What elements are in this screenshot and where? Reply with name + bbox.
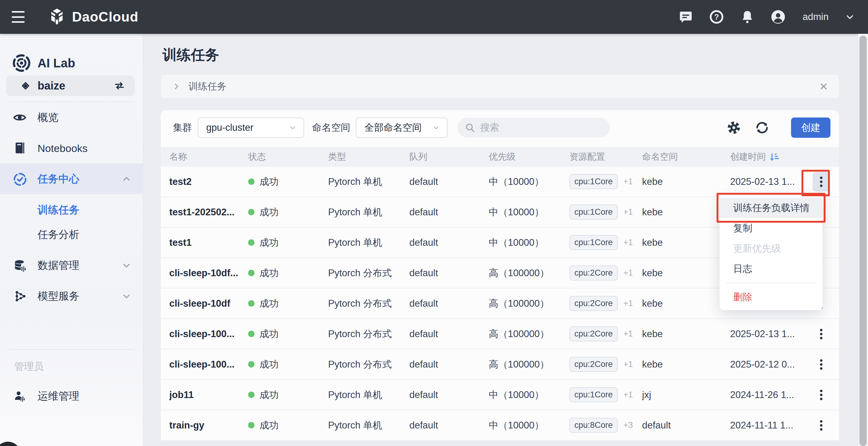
resource-extra-count[interactable]: +3 bbox=[623, 420, 633, 430]
refresh-icon[interactable] bbox=[754, 119, 770, 136]
job-namespace: kebe bbox=[642, 359, 730, 370]
table-row[interactable]: train-gy 成功 Pytorch 单机 default 中（10000） … bbox=[161, 410, 839, 441]
scrollbar-thumb[interactable] bbox=[859, 36, 867, 446]
sidebar-item-notebooks[interactable]: Notebooks bbox=[0, 133, 144, 164]
status-dot bbox=[248, 270, 254, 276]
resource-extra-count[interactable]: +1 bbox=[623, 177, 633, 186]
help-icon[interactable]: ? bbox=[709, 9, 724, 24]
sidebar-item-overview[interactable]: 概览 bbox=[0, 102, 144, 133]
job-queue: default bbox=[409, 329, 489, 340]
resource-extra-count[interactable]: +1 bbox=[623, 390, 633, 399]
chevron-right-icon[interactable] bbox=[173, 82, 180, 91]
job-type: Pytorch 分布式 bbox=[328, 358, 409, 371]
chevron-down-icon[interactable] bbox=[122, 261, 131, 270]
column-header-resource[interactable]: 资源配置 bbox=[569, 151, 642, 163]
svg-text:?: ? bbox=[714, 12, 719, 21]
menu-item[interactable]: 日志 bbox=[720, 259, 823, 279]
chevron-down-icon[interactable] bbox=[845, 9, 855, 24]
search-input[interactable]: 搜索 bbox=[457, 118, 610, 137]
user-name[interactable]: admin bbox=[803, 11, 829, 23]
resource-extra-count[interactable]: +1 bbox=[623, 359, 633, 369]
close-icon[interactable] bbox=[819, 81, 829, 91]
resource-badge: cpu:2Core bbox=[569, 357, 618, 372]
column-header-queue[interactable]: 队列 bbox=[409, 151, 489, 163]
workspace-switch-icon[interactable] bbox=[114, 80, 125, 92]
sidebar-item-data-management[interactable]: 数据管理 bbox=[0, 250, 144, 281]
resource-cell: cpu:2Core +1 bbox=[569, 357, 642, 372]
database-gear-icon bbox=[13, 259, 27, 272]
sidebar-item-model-services[interactable]: 模型服务 bbox=[0, 281, 144, 312]
vertical-scrollbar[interactable] bbox=[858, 34, 868, 446]
row-actions-kebab-icon[interactable] bbox=[813, 385, 830, 405]
column-header-name[interactable]: 名称 bbox=[169, 151, 248, 163]
resource-extra-count[interactable]: +1 bbox=[623, 238, 633, 247]
job-name[interactable]: train-gy bbox=[169, 420, 248, 431]
sidebar-item-task-center[interactable]: 任务中心 bbox=[0, 164, 144, 195]
menu-item[interactable]: 复制 bbox=[720, 218, 823, 238]
column-header-priority[interactable]: 优先级 bbox=[489, 151, 569, 163]
row-actions-kebab-icon[interactable] bbox=[813, 416, 830, 435]
resource-extra-count[interactable]: +1 bbox=[623, 329, 633, 338]
table-row[interactable]: cli-sleep-100... 成功 Pytorch 分布式 default … bbox=[161, 319, 839, 349]
status-text: 成功 bbox=[259, 388, 279, 401]
chevron-up-icon[interactable] bbox=[122, 174, 131, 184]
row-actions-kebab-icon[interactable] bbox=[813, 324, 830, 344]
top-navbar: DaoCloud ? admin bbox=[0, 0, 868, 34]
bell-icon[interactable] bbox=[740, 9, 755, 24]
breadcrumb-item[interactable]: 训练任务 bbox=[188, 80, 226, 93]
job-name[interactable]: test2 bbox=[169, 176, 248, 187]
job-name[interactable]: cli-sleep-10df bbox=[169, 298, 248, 309]
sidebar-subitem-training-jobs[interactable]: 训练任务 bbox=[0, 198, 144, 222]
job-name[interactable]: cli-sleep-100... bbox=[169, 359, 248, 370]
menu-item[interactable]: 训练任务负载详情 bbox=[720, 198, 823, 218]
table-header: 名称 状态 类型 队列 优先级 资源配置 命名空间 创建时间 bbox=[161, 147, 839, 167]
row-actions-kebab-icon[interactable] bbox=[813, 355, 830, 374]
cluster-select[interactable]: gpu-cluster bbox=[197, 117, 304, 138]
table-row[interactable]: test2 成功 Pytorch 单机 default 中（10000） cpu… bbox=[161, 167, 839, 197]
status-text: 成功 bbox=[259, 419, 279, 432]
job-name[interactable]: cli-sleep-100... bbox=[169, 329, 248, 340]
job-type: Pytorch 分布式 bbox=[328, 328, 409, 341]
job-namespace: kebe bbox=[642, 207, 730, 218]
menu-item[interactable]: 删除 bbox=[720, 287, 823, 307]
actions-cell bbox=[813, 355, 839, 374]
job-name[interactable]: test1 bbox=[169, 237, 248, 248]
column-header-type[interactable]: 类型 bbox=[328, 151, 409, 163]
status-dot bbox=[248, 300, 254, 307]
table-row[interactable]: cli-sleep-100... 成功 Pytorch 分布式 default … bbox=[161, 349, 839, 380]
create-button[interactable]: 创建 bbox=[791, 117, 831, 138]
gear-icon[interactable] bbox=[726, 119, 742, 136]
resource-cell: cpu:1Core +1 bbox=[569, 387, 642, 402]
column-header-namespace[interactable]: 命名空间 bbox=[642, 151, 730, 163]
sidebar-item-ops-management[interactable]: 运维管理 bbox=[0, 381, 144, 412]
avatar[interactable] bbox=[771, 9, 785, 24]
menu-hamburger-icon[interactable] bbox=[12, 11, 26, 23]
namespace-select[interactable]: 全部命名空间 bbox=[356, 117, 447, 138]
column-header-status[interactable]: 状态 bbox=[248, 151, 328, 163]
resource-extra-count[interactable]: +1 bbox=[623, 268, 633, 277]
workspace-selector[interactable]: baize bbox=[6, 76, 134, 96]
table-row[interactable]: job11 成功 Pytorch 单机 default 中（10000） cpu… bbox=[161, 380, 839, 410]
chevron-down-icon bbox=[283, 124, 297, 132]
table-footer-strip bbox=[161, 441, 839, 446]
column-header-created[interactable]: 创建时间 bbox=[730, 151, 813, 163]
sidebar-subitem-task-analysis[interactable]: 任务分析 bbox=[0, 222, 144, 247]
row-actions-kebab-icon[interactable] bbox=[813, 172, 830, 192]
search-icon bbox=[465, 123, 475, 133]
breadcrumb: 训练任务 bbox=[161, 75, 839, 98]
job-name[interactable]: cli-sleep-10df... bbox=[169, 268, 248, 279]
resource-extra-count[interactable]: +1 bbox=[623, 207, 633, 216]
chevron-down-icon[interactable] bbox=[122, 291, 131, 301]
status-cell: 成功 bbox=[248, 419, 328, 432]
status-cell: 成功 bbox=[248, 175, 328, 188]
resource-badge: cpu:1Core bbox=[569, 387, 618, 402]
brand-logo[interactable]: DaoCloud bbox=[48, 7, 138, 27]
status-text: 成功 bbox=[259, 206, 279, 219]
job-type: Pytorch 单机 bbox=[328, 206, 409, 219]
sort-descending-icon[interactable] bbox=[770, 151, 780, 162]
resource-extra-count[interactable]: +1 bbox=[623, 299, 633, 308]
message-icon[interactable] bbox=[678, 9, 693, 24]
job-name[interactable]: test1-202502... bbox=[169, 207, 248, 218]
topbar-actions: ? admin bbox=[678, 9, 868, 24]
job-name[interactable]: job11 bbox=[169, 389, 248, 401]
